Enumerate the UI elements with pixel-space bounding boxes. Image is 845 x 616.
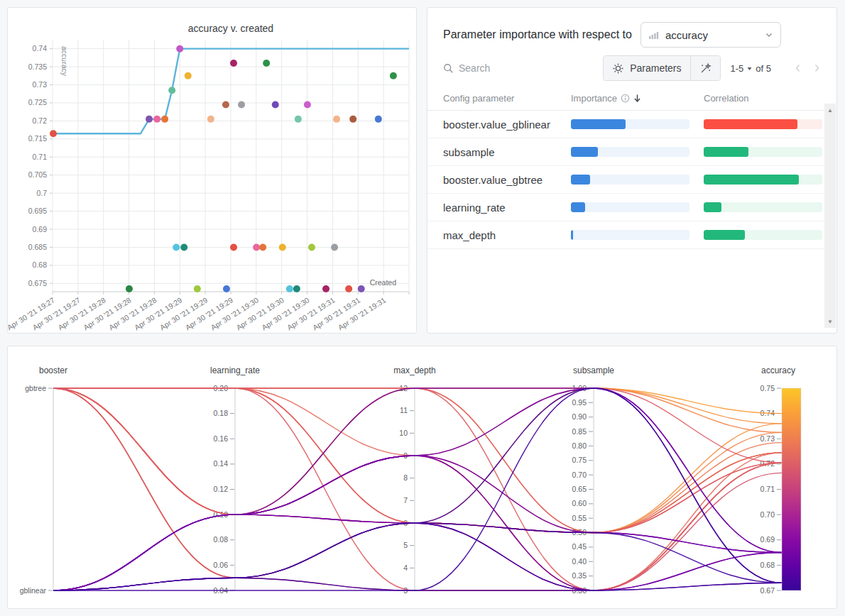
run-line[interactable] xyxy=(53,388,782,590)
svg-text:0.45: 0.45 xyxy=(572,542,587,551)
run-point[interactable] xyxy=(50,130,57,137)
importance-table-row[interactable]: booster.value_gblinear xyxy=(427,111,836,138)
run-point[interactable] xyxy=(333,116,340,123)
run-line[interactable] xyxy=(53,388,782,533)
run-point[interactable] xyxy=(153,116,160,123)
svg-text:0.06: 0.06 xyxy=(214,561,229,569)
run-point[interactable] xyxy=(390,72,397,79)
accuracy-vs-created-chart[interactable]: 0.740.7350.730.7250.720.7150.710.7050.70… xyxy=(8,8,416,333)
run-point[interactable] xyxy=(126,285,133,292)
run-point[interactable] xyxy=(230,60,237,67)
run-point[interactable] xyxy=(168,87,175,94)
run-line[interactable] xyxy=(53,388,782,533)
column-correlation[interactable]: Correlation xyxy=(704,93,836,104)
run-line[interactable] xyxy=(53,388,782,578)
run-line[interactable] xyxy=(53,388,782,590)
run-line[interactable] xyxy=(53,388,782,533)
run-line[interactable] xyxy=(53,388,782,533)
run-line[interactable] xyxy=(53,388,782,590)
run-point[interactable] xyxy=(272,101,279,109)
run-point[interactable] xyxy=(279,243,286,251)
run-line[interactable] xyxy=(53,388,782,590)
svg-text:0.12: 0.12 xyxy=(214,485,229,493)
magic-wand-button[interactable] xyxy=(690,56,720,80)
run-line[interactable] xyxy=(53,388,782,533)
run-line[interactable] xyxy=(53,388,782,590)
run-line[interactable] xyxy=(53,388,782,590)
run-line[interactable] xyxy=(53,388,782,578)
table-scrollbar[interactable]: ▲ ▼ xyxy=(824,104,836,328)
run-line[interactable] xyxy=(53,388,782,590)
run-point[interactable] xyxy=(259,243,266,251)
run-point[interactable] xyxy=(180,243,187,251)
run-line[interactable] xyxy=(53,388,782,590)
run-point[interactable] xyxy=(345,285,352,292)
chevron-right-icon[interactable] xyxy=(813,63,821,73)
parameter-importance-panel: Parameter importance with respect to acc… xyxy=(427,7,837,334)
importance-table-row[interactable]: booster.value_gbtree xyxy=(427,166,836,194)
run-point[interactable] xyxy=(194,285,201,292)
svg-text:0.73: 0.73 xyxy=(33,80,48,89)
run-point[interactable] xyxy=(253,243,260,251)
run-point[interactable] xyxy=(161,116,168,123)
scroll-down-icon[interactable]: ▼ xyxy=(824,317,836,326)
chart-title: accuracy v. created xyxy=(188,23,273,34)
run-point[interactable] xyxy=(286,285,293,292)
parallel-coordinates-chart[interactable]: boostergbtreegblinearlearning_rate0.200.… xyxy=(8,346,836,608)
magic-wand-icon xyxy=(699,62,712,75)
chevron-down-icon xyxy=(765,31,773,39)
run-point[interactable] xyxy=(349,116,356,123)
importance-table-row[interactable]: subsample xyxy=(427,138,836,166)
sort-descending-icon xyxy=(633,94,641,103)
column-config-parameter[interactable]: Config parameter xyxy=(443,93,571,104)
run-line[interactable] xyxy=(53,388,782,590)
run-point[interactable] xyxy=(223,285,230,292)
run-line[interactable] xyxy=(53,515,782,590)
chevron-left-icon[interactable] xyxy=(794,63,802,73)
run-line[interactable] xyxy=(53,388,782,533)
correlation-bar-fill xyxy=(704,202,721,212)
run-point[interactable] xyxy=(238,101,245,109)
run-line[interactable] xyxy=(53,523,782,590)
svg-text:0.735: 0.735 xyxy=(28,62,47,71)
run-point[interactable] xyxy=(293,285,300,292)
run-point[interactable] xyxy=(322,285,329,292)
run-point[interactable] xyxy=(230,243,237,251)
search-input[interactable] xyxy=(459,62,565,74)
scroll-up-icon[interactable]: ▲ xyxy=(824,105,836,115)
svg-text:8: 8 xyxy=(403,473,408,482)
config-parameter-name: booster.value_gblinear xyxy=(443,119,571,131)
run-point[interactable] xyxy=(146,116,153,123)
run-point[interactable] xyxy=(304,101,311,109)
search-icon xyxy=(443,63,454,74)
run-point[interactable] xyxy=(308,243,315,251)
run-point[interactable] xyxy=(185,72,192,79)
run-point[interactable] xyxy=(263,60,270,67)
run-line[interactable] xyxy=(53,515,782,590)
svg-text:10: 10 xyxy=(399,429,408,437)
axis-title: learning_rate xyxy=(210,365,260,375)
run-line[interactable] xyxy=(53,523,782,590)
importance-bar-track xyxy=(571,147,689,157)
run-line[interactable] xyxy=(53,388,782,533)
run-point[interactable] xyxy=(176,45,183,53)
metric-select[interactable]: accuracy xyxy=(640,22,781,48)
run-point[interactable] xyxy=(358,285,365,292)
run-point[interactable] xyxy=(173,243,180,251)
search-box[interactable] xyxy=(443,62,603,74)
run-point[interactable] xyxy=(375,116,382,123)
run-point[interactable] xyxy=(331,243,338,251)
x-axis-label: Created xyxy=(370,278,397,287)
run-point[interactable] xyxy=(207,116,214,123)
run-line[interactable] xyxy=(53,388,782,590)
run-line[interactable] xyxy=(53,583,782,590)
pagination-range[interactable]: 1-5 xyxy=(731,63,744,74)
run-point[interactable] xyxy=(222,101,229,109)
svg-text:0.715: 0.715 xyxy=(28,134,47,143)
importance-table-row[interactable]: learning_rate xyxy=(427,194,836,221)
run-point[interactable] xyxy=(295,116,302,123)
column-importance[interactable]: Importance xyxy=(571,93,704,104)
importance-table-row[interactable]: max_depth xyxy=(427,221,836,249)
config-parameter-name: learning_rate xyxy=(443,202,571,214)
parameters-button[interactable]: Parameters xyxy=(604,56,689,80)
